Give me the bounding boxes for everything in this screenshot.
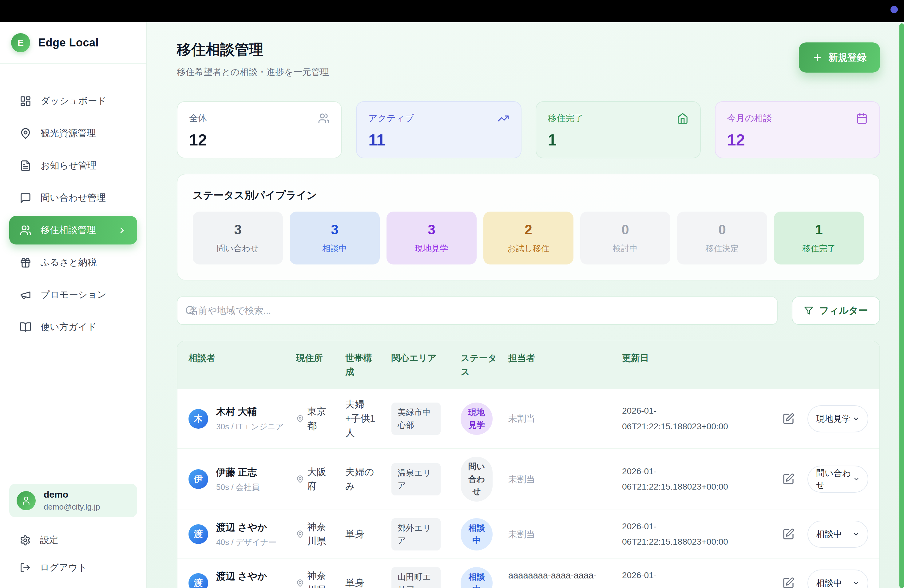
- status-select[interactable]: 現地見学: [808, 405, 868, 432]
- app-window: E Edge Local ダッシュボード 観光資源管理 お知らせ管理 問い合わせ…: [0, 22, 904, 588]
- avatar: [17, 491, 36, 510]
- filter-icon: [804, 306, 813, 315]
- sidebar-item-migration-consultation[interactable]: 移住相談管理: [9, 216, 137, 245]
- sidebar-item-tourism[interactable]: 観光資源管理: [9, 119, 137, 148]
- column-header: 更新日: [622, 351, 757, 379]
- stats-row: 全体 12 アクティブ 11 移住完了 1: [177, 101, 880, 158]
- pipeline-stage-completed: 1 移住完了: [774, 212, 864, 264]
- page-subtitle: 移住希望者との相談・進捗を一元管理: [177, 66, 329, 78]
- sidebar-item-label: ふるさと納税: [41, 256, 97, 269]
- book-open-icon: [20, 321, 32, 333]
- map-pin-icon: [296, 530, 304, 538]
- stat-label: 今月の相談: [727, 112, 772, 125]
- dashboard-icon: [20, 95, 32, 107]
- user-icon: [21, 496, 31, 506]
- pipeline-title: ステータス別パイプライン: [193, 188, 864, 202]
- stage-label: 問い合わせ: [196, 243, 280, 254]
- stat-label: 全体: [189, 112, 207, 125]
- edit-button[interactable]: [782, 528, 795, 541]
- household: 単身: [345, 576, 364, 588]
- home-icon: [677, 112, 689, 124]
- sidebar-item-inquiries[interactable]: 問い合わせ管理: [9, 183, 137, 212]
- status-select[interactable]: 相談中: [808, 569, 868, 588]
- main-content: 移住相談管理 移住希望者との相談・進捗を一元管理 新規登録 全体 12 アクティ…: [147, 22, 904, 588]
- avatar-initial: 木: [194, 413, 203, 425]
- settings-link[interactable]: 設定: [9, 526, 137, 554]
- consultant-meta: 40s / デザイナー: [216, 537, 277, 548]
- sidebar-item-furusato-tax[interactable]: ふるさと納税: [9, 248, 137, 277]
- consultant-name: 伊藤 正志: [216, 466, 260, 479]
- stage-count: 3: [196, 222, 280, 237]
- stage-count: 0: [583, 222, 667, 237]
- stat-value: 12: [189, 131, 330, 149]
- status-select[interactable]: 相談中: [808, 521, 868, 548]
- chevron-down-icon: [852, 579, 860, 587]
- status-select-value: 問い合わせ: [816, 468, 853, 491]
- edit-button[interactable]: [782, 413, 795, 425]
- column-header: 現住所: [296, 351, 345, 379]
- filter-button[interactable]: フィルター: [792, 296, 880, 325]
- document-icon: [20, 160, 32, 172]
- sidebar-nav: ダッシュボード 観光資源管理 お知らせ管理 問い合わせ管理 移住相談管理: [0, 64, 146, 473]
- status-select-value: 現地見学: [816, 413, 850, 425]
- current-address: 神奈川県: [307, 520, 334, 548]
- updated-at: 2026-01-06T21:03:36.290342+00:00: [622, 568, 757, 588]
- chevron-down-icon: [852, 415, 860, 422]
- megaphone-icon: [20, 289, 32, 301]
- edit-button[interactable]: [782, 473, 795, 485]
- stat-value: 1: [548, 131, 689, 149]
- chevron-down-icon: [853, 476, 860, 483]
- new-registration-button[interactable]: 新規登録: [799, 43, 880, 73]
- status-select[interactable]: 問い合わせ: [808, 466, 868, 493]
- stage-label: 移住決定: [680, 243, 764, 254]
- table-row: 木 木村 大輔 30s / ITエンジニア 東京都 夫婦+子供1人 美緑市中心部…: [177, 389, 879, 448]
- sidebar-item-dashboard[interactable]: ダッシュボード: [9, 87, 137, 115]
- logout-link[interactable]: ログアウト: [9, 554, 137, 581]
- scrollbar-thumb[interactable]: [899, 24, 904, 588]
- search-row: フィルター: [177, 296, 880, 325]
- new-registration-label: 新規登録: [828, 51, 866, 64]
- assignee: 未割当: [508, 526, 622, 542]
- column-header: ステータス: [461, 351, 508, 379]
- stat-card-completed: 移住完了 1: [536, 101, 701, 158]
- updated-at: 2026-01-06T21:22:15.188023+00:00: [622, 464, 757, 495]
- sidebar-item-promotion[interactable]: プロモーション: [9, 280, 137, 309]
- settings-label: 設定: [40, 534, 58, 547]
- pipeline-stage-site-visit: 3 現地見学: [387, 212, 477, 264]
- current-address: 神奈川県: [307, 569, 334, 588]
- search-input[interactable]: [177, 296, 778, 325]
- table-row: 渡 渡辺 さやか 40s / デザイナー 神奈川県 単身 郊外エリア 相談中 未…: [177, 510, 879, 558]
- consultant-name: 渡辺 さやか: [216, 570, 277, 583]
- brand: E Edge Local: [0, 22, 146, 64]
- pipeline-stage-decided: 0 移住決定: [677, 212, 767, 264]
- sidebar-item-guide[interactable]: 使い方ガイド: [9, 313, 137, 341]
- stage-label: 現地見学: [390, 243, 474, 254]
- pipeline-stage-trial: 2 お試し移住: [484, 212, 574, 264]
- avatar-initial: 伊: [194, 473, 203, 485]
- avatar: 渡: [188, 524, 208, 544]
- status-badge: 現地見学: [461, 403, 493, 435]
- sidebar-item-label: お知らせ管理: [41, 159, 96, 172]
- interest-area-badge: 郊外エリア: [392, 518, 441, 550]
- logout-icon: [20, 562, 31, 573]
- avatar-initial: 渡: [194, 528, 203, 541]
- current-address: 東京都: [307, 405, 334, 433]
- users-icon: [318, 112, 330, 124]
- current-address: 大阪府: [307, 465, 334, 493]
- interest-area-badge: 温泉エリア: [392, 463, 441, 495]
- avatar: 木: [188, 409, 208, 429]
- sidebar-item-news[interactable]: お知らせ管理: [9, 151, 137, 180]
- user-card[interactable]: demo demo@city.lg.jp: [9, 484, 137, 517]
- household: 単身: [345, 527, 364, 542]
- user-name: demo: [44, 489, 100, 500]
- edit-button[interactable]: [782, 577, 795, 588]
- status-badge: 問い合わせ: [461, 457, 493, 501]
- sidebar-item-label: 問い合わせ管理: [41, 191, 106, 204]
- edit-icon: [782, 528, 795, 541]
- status-select-value: 相談中: [816, 528, 842, 540]
- updated-at: 2026-01-06T21:22:15.188023+00:00: [622, 519, 757, 550]
- sidebar: E Edge Local ダッシュボード 観光資源管理 お知らせ管理 問い合わせ…: [0, 22, 147, 588]
- stat-card-this-month: 今月の相談 12: [715, 101, 880, 158]
- column-header-actions: [757, 351, 868, 379]
- edit-icon: [782, 413, 795, 425]
